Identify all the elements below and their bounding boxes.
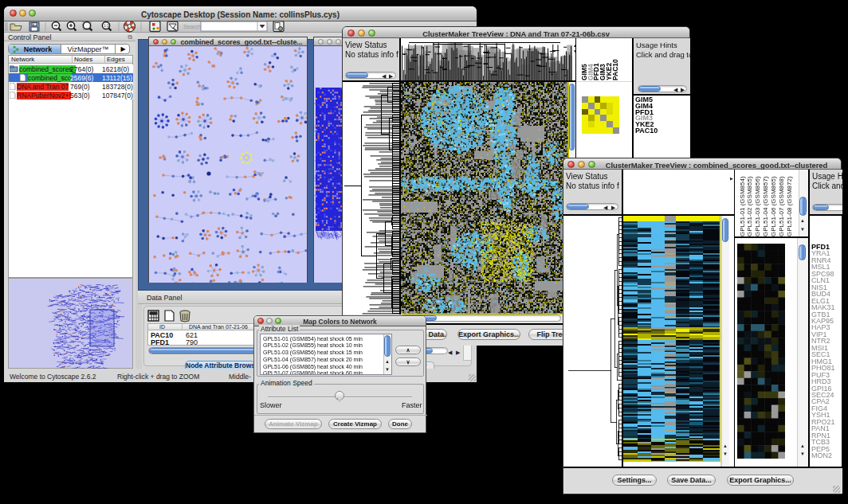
svg-text:Search:: Search:	[183, 24, 202, 29]
svg-text:1:1: 1:1	[104, 24, 109, 28]
